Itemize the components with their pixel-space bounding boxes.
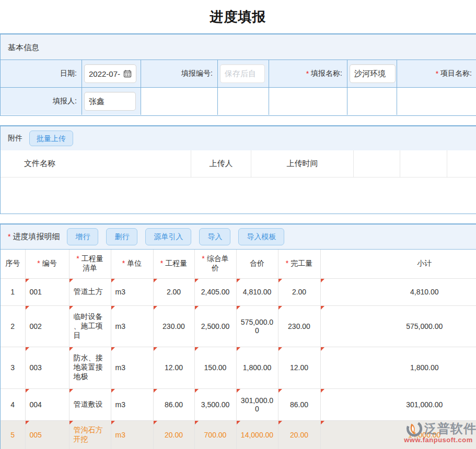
cell-value: 14,000.00	[241, 431, 273, 439]
cell-unit[interactable]: m3	[111, 305, 153, 347]
cell-item[interactable]: 管道敷设	[69, 388, 111, 420]
date-label: 日期:	[1, 60, 82, 87]
cell-code[interactable]: 003	[25, 347, 69, 388]
cell-item[interactable]: 管沟石方开挖	[69, 420, 111, 449]
edited-corner-mark	[26, 306, 29, 310]
cell-item[interactable]: 临时设备、施工项目	[69, 305, 111, 347]
import-button[interactable]: 导入	[199, 228, 230, 245]
cell-seq: 4	[1, 388, 25, 420]
cell-total_price[interactable]: 1,800.00	[236, 347, 278, 388]
cell-unit_price[interactable]: 2,500.00	[194, 305, 236, 347]
cell-completed[interactable]: 230.00	[278, 305, 320, 347]
required-asterisk: *	[37, 259, 40, 267]
edited-corner-mark	[195, 389, 199, 393]
cell-subtotal[interactable]: 575,000.00	[320, 305, 476, 347]
cell-unit_price[interactable]: 150.00	[194, 347, 236, 388]
cell-subtotal[interactable]: 1,800.00	[320, 347, 476, 388]
basic-info-header: 基本信息	[1, 34, 476, 60]
vendor-watermark: 泛普软件 www.fanpusoft.com	[400, 420, 476, 444]
reporter-input[interactable]: 张鑫	[84, 92, 136, 111]
reporter-cell: 张鑫	[82, 87, 141, 115]
cell-subtotal[interactable]: 301,000.00	[320, 388, 476, 420]
report-name-label-text: 填报名称:	[311, 69, 342, 78]
cell-unit_price[interactable]: 3,500.00	[194, 388, 236, 420]
date-value: 2022-07-	[89, 69, 120, 78]
cell-value: 管道敷设	[74, 400, 103, 408]
cell-total_price[interactable]: 4,810.00	[236, 278, 278, 305]
edited-corner-mark	[237, 279, 240, 282]
cell-total_price[interactable]: 14,000.00	[236, 420, 278, 449]
cell-value: 700.00	[204, 431, 227, 439]
edited-corner-mark	[26, 279, 29, 282]
report-name-input[interactable]: 沙河环境	[350, 64, 396, 83]
cell-seq: 1	[1, 278, 25, 305]
edited-corner-mark	[69, 279, 73, 282]
details-col-label: 小计	[417, 259, 432, 267]
date-cell: 2022-07-	[82, 60, 141, 87]
details-row: 1001管道土方m32.002,405.004,810.002.004,810.…	[1, 278, 476, 305]
details-col-label: 序号	[5, 259, 20, 267]
edited-corner-mark	[278, 389, 282, 393]
cell-unit[interactable]: m3	[111, 278, 153, 305]
required-asterisk: *	[160, 259, 163, 267]
cell-quantity[interactable]: 12.00	[153, 347, 194, 388]
cell-value: 4,810.00	[410, 288, 439, 296]
cell-unit[interactable]: m3	[111, 420, 153, 449]
cell-total_price[interactable]: 575,000.00	[236, 305, 278, 347]
report-no-label-text: 填报编号:	[181, 69, 213, 78]
cell-unit_price[interactable]: 2,405.00	[194, 278, 236, 305]
delete-row-button[interactable]: 删行	[106, 228, 137, 245]
batch-upload-button[interactable]: 批量上传	[29, 131, 73, 147]
cell-quantity[interactable]: 20.00	[153, 420, 194, 449]
edited-corner-mark	[26, 421, 29, 424]
cell-quantity[interactable]: 2.00	[153, 278, 194, 305]
date-label-text: 日期:	[60, 69, 77, 78]
cell-quantity[interactable]: 86.00	[153, 388, 194, 420]
report-name-cell: 沙河环境	[347, 60, 397, 87]
cell-quantity[interactable]: 230.00	[153, 305, 194, 347]
cell-value: 2.00	[167, 288, 181, 296]
cell-value: 301,000.00	[241, 396, 273, 413]
watermark-url: www.fanpusoft.com	[400, 436, 476, 444]
report-name-label: * 填报名称:	[269, 60, 347, 87]
import-source-button[interactable]: 源单引入	[145, 228, 191, 245]
cell-seq: 3	[1, 347, 25, 388]
cell-value: m3	[115, 288, 125, 296]
edited-corner-mark	[321, 279, 324, 282]
calendar-icon[interactable]	[123, 69, 132, 78]
edited-corner-mark	[237, 347, 240, 351]
cell-code[interactable]: 005	[25, 420, 69, 449]
cell-item[interactable]: 防水、接地装置接地极	[69, 347, 111, 388]
cell-value: 2,405.00	[201, 288, 230, 296]
cell-value: 001	[30, 288, 42, 296]
cell-value: 临时设备、施工项目	[74, 312, 103, 339]
cell-unit[interactable]: m3	[111, 347, 153, 388]
cell-value: 防水、接地装置接地极	[74, 353, 103, 381]
cell-value: 20.00	[165, 431, 183, 439]
date-input[interactable]: 2022-07-	[84, 64, 136, 83]
cell-completed[interactable]: 2.00	[278, 278, 320, 305]
cell-code[interactable]: 001	[25, 278, 69, 305]
cell-code[interactable]: 004	[25, 388, 69, 420]
import-template-button[interactable]: 导入模板	[238, 228, 284, 245]
cell-item[interactable]: 管道土方	[69, 278, 111, 305]
report-no-input[interactable]: 保存后自	[220, 64, 265, 83]
add-row-button[interactable]: 增行	[67, 228, 98, 245]
cell-completed[interactable]: 86.00	[278, 388, 320, 420]
cell-completed[interactable]: 20.00	[278, 420, 320, 449]
cell-code[interactable]: 002	[25, 305, 69, 347]
edited-corner-mark	[111, 389, 115, 393]
edited-corner-mark	[69, 389, 73, 393]
cell-value: 1	[10, 288, 15, 296]
cell-subtotal[interactable]: 4,810.00	[320, 278, 476, 305]
cell-total_price[interactable]: 301,000.00	[236, 388, 278, 420]
cell-completed[interactable]: 12.00	[278, 347, 320, 388]
cell-value: 5	[10, 431, 15, 439]
required-asterisk: *	[122, 259, 125, 267]
cell-unit[interactable]: m3	[111, 388, 153, 420]
cell-value: 003	[30, 363, 42, 372]
empty-cell	[397, 87, 476, 115]
cell-unit_price[interactable]: 700.00	[194, 420, 236, 449]
cell-value: 004	[30, 400, 42, 409]
cell-value: 4,810.00	[243, 288, 272, 296]
